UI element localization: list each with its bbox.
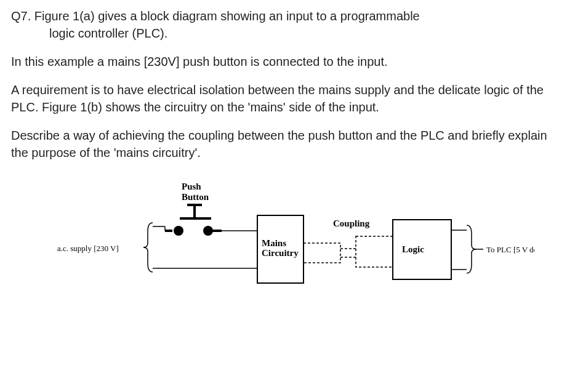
logic-label: Logic <box>402 244 424 254</box>
push-button-label-line2: Button <box>182 192 209 202</box>
push-button-label-line1: Push <box>182 182 201 191</box>
left-brace-icon <box>143 223 153 272</box>
question-line1a: Figure 1(a) gives a block diagram showin… <box>34 9 420 23</box>
mains-circuitry-label-l1: Mains <box>262 238 286 248</box>
push-button-icon <box>165 205 222 234</box>
question-para2: In this example a mains [230V] push butt… <box>11 53 564 70</box>
right-brace-icon <box>467 225 476 273</box>
svg-point-1 <box>175 227 182 234</box>
to-plc-label: To PLC [5 V dc] <box>486 245 534 254</box>
svg-rect-12 <box>304 243 340 263</box>
mains-circuitry-block: Mains Circuitry <box>257 215 304 283</box>
question-line1b: logic controller (PLC). <box>11 25 564 42</box>
question-para4: Describe a way of achieving the coupling… <box>11 127 564 161</box>
block-diagram: a.c. supply [230 V] Push Button <box>11 172 564 314</box>
svg-rect-13 <box>356 236 393 267</box>
svg-point-2 <box>204 227 212 234</box>
ac-supply-label: a.c. supply [230 V] <box>57 244 119 253</box>
question-para3: A requirement is to have electrical isol… <box>11 81 564 116</box>
logic-block: Logic <box>393 220 451 279</box>
coupling-connector-icon <box>304 236 393 267</box>
coupling-label: Coupling <box>333 218 370 228</box>
output-wires <box>451 230 467 270</box>
question-intro: Q7. Figure 1(a) gives a block diagram sh… <box>11 7 564 42</box>
question-number: Q7. <box>11 9 31 23</box>
mains-circuitry-label-l2: Circuitry <box>262 248 299 258</box>
